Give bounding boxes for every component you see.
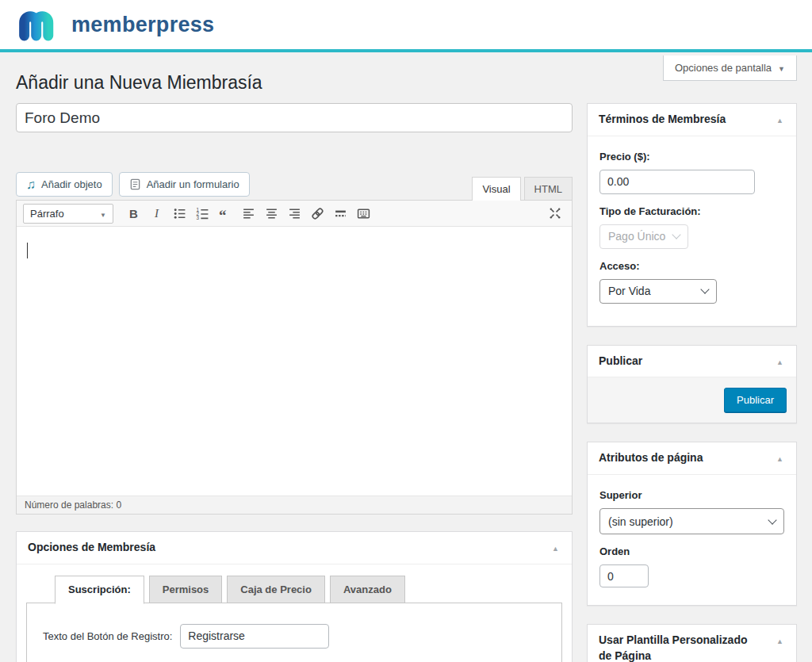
- access-value: Por Vida: [608, 285, 650, 297]
- text-caret: [27, 243, 28, 258]
- billing-type-label: Tipo de Facturación:: [599, 205, 784, 217]
- blockquote-button[interactable]: “: [215, 204, 236, 224]
- custom-template-panel: Usar Plantilla Personalizado de Página U…: [587, 624, 797, 662]
- custom-template-title: Usar Plantilla Personalizado de Página: [599, 633, 757, 662]
- triangle-up-icon: [776, 634, 783, 646]
- chevron-down-icon: [700, 285, 709, 294]
- tab-suscripcion[interactable]: Suscripción:: [55, 576, 144, 604]
- fullscreen-button[interactable]: [544, 204, 565, 224]
- word-count-bar: Número de palabras: 0: [17, 496, 572, 514]
- membership-title-input[interactable]: [16, 103, 573, 132]
- wysiwyg-editor: Párrafo B I 1 2 3: [16, 200, 573, 515]
- align-right-button[interactable]: [284, 204, 305, 224]
- order-label: Orden: [599, 545, 784, 557]
- membership-terms-title: Términos de Membresía: [599, 112, 726, 128]
- chevron-down-icon: [100, 208, 106, 220]
- triangle-up-icon: [776, 355, 783, 367]
- chevron-down-icon: [672, 231, 680, 239]
- order-input[interactable]: [599, 564, 649, 587]
- parent-page-value: (sin superior): [608, 515, 673, 528]
- add-media-label: Añadir objeto: [41, 178, 102, 190]
- publish-panel: Publicar Publicar: [587, 345, 797, 424]
- collapse-panel-button[interactable]: [775, 354, 785, 369]
- tab-html[interactable]: HTML: [524, 177, 573, 200]
- memberpress-logo-icon: [17, 7, 62, 42]
- add-form-label: Añadir un formulario: [147, 178, 239, 190]
- screen-options-button[interactable]: Opciones de pantalla: [663, 55, 797, 81]
- triangle-up-icon: [776, 452, 783, 464]
- add-form-button[interactable]: Añadir un formulario: [119, 172, 250, 197]
- registration-button-text-input[interactable]: [180, 624, 329, 649]
- collapse-panel-button[interactable]: [775, 450, 785, 465]
- tab-visual[interactable]: Visual: [472, 177, 520, 201]
- toolbar-toggle-button[interactable]: [353, 204, 374, 224]
- chevron-down-icon: [778, 62, 785, 74]
- membership-terms-panel: Términos de Membresía Precio ($): Tipo d…: [587, 103, 797, 327]
- paragraph-format-dropdown[interactable]: Párrafo: [23, 204, 113, 224]
- registration-button-text-label: Texto del Botón de Registro:: [43, 630, 172, 642]
- add-media-button[interactable]: ♫ Añadir objeto: [16, 172, 113, 197]
- parent-label: Superior: [599, 489, 784, 501]
- page-attributes-title: Atributos de página: [599, 450, 703, 466]
- editor-toolbar: Párrafo B I 1 2 3: [17, 201, 572, 227]
- bullet-list-button[interactable]: [169, 204, 190, 224]
- price-input[interactable]: [599, 170, 755, 194]
- tab-avanzado[interactable]: Avanzado: [330, 576, 405, 603]
- billing-type-select[interactable]: Pago Único: [599, 224, 688, 249]
- chevron-down-icon: [768, 515, 776, 524]
- billing-type-value: Pago Único: [608, 230, 665, 243]
- format-label: Párrafo: [30, 208, 64, 220]
- tab-caja-de-precio[interactable]: Caja de Precio: [227, 576, 325, 603]
- media-notes-icon: ♫: [26, 178, 36, 191]
- align-left-button[interactable]: [238, 204, 259, 224]
- tab-permisos[interactable]: Permisos: [149, 576, 223, 603]
- price-label: Precio ($):: [599, 151, 784, 163]
- link-button[interactable]: [307, 204, 328, 224]
- form-icon: [129, 178, 141, 190]
- access-label: Acceso:: [599, 260, 784, 272]
- membership-options-panel: Opciones de Membresía Suscripción: Permi…: [16, 531, 573, 662]
- numbered-list-button[interactable]: 1 2 3: [192, 204, 213, 224]
- svg-text:“: “: [219, 207, 227, 220]
- screen-options-label: Opciones de pantalla: [675, 62, 772, 74]
- triangle-up-icon: [552, 541, 559, 553]
- page-attributes-panel: Atributos de página Superior (sin superi…: [587, 442, 797, 606]
- svg-text:3: 3: [197, 215, 200, 220]
- collapse-panel-button[interactable]: [550, 540, 561, 555]
- membership-options-title: Opciones de Membresía: [28, 540, 155, 556]
- align-center-button[interactable]: [261, 204, 282, 224]
- collapse-panel-button[interactable]: [775, 633, 785, 648]
- editor-content-area[interactable]: [17, 227, 572, 496]
- more-tag-button[interactable]: [330, 204, 351, 224]
- publish-button[interactable]: Publicar: [724, 388, 787, 412]
- memberpress-brand: memberpress: [17, 7, 214, 42]
- plugin-header: memberpress: [0, 0, 812, 52]
- word-count-label: Número de palabras: 0: [25, 499, 121, 511]
- italic-button[interactable]: I: [146, 204, 167, 224]
- parent-page-select[interactable]: (sin superior): [599, 508, 784, 534]
- publish-panel-title: Publicar: [599, 354, 642, 369]
- bold-button[interactable]: B: [123, 204, 144, 224]
- access-select[interactable]: Por Vida: [599, 279, 717, 304]
- triangle-up-icon: [776, 113, 783, 125]
- brand-name: memberpress: [71, 13, 214, 37]
- collapse-panel-button[interactable]: [775, 112, 785, 127]
